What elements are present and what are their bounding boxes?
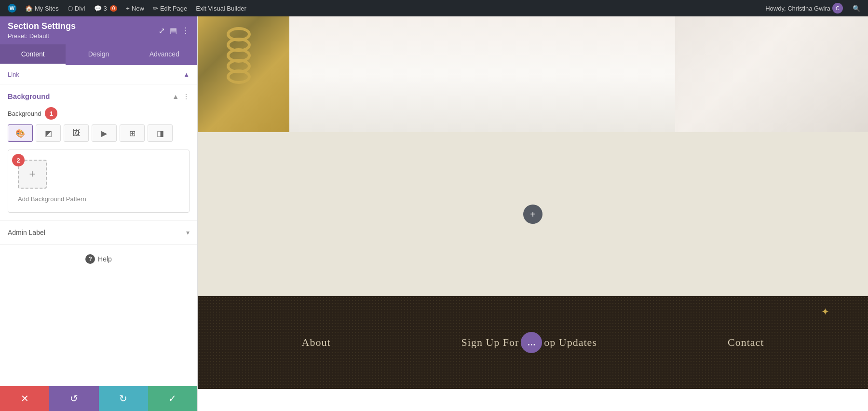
comments-menu[interactable]: 💬 3 0 [90,0,122,16]
background-title: Background [8,92,50,100]
preview-top-right-image [675,16,868,132]
right-content: + ✦ About Sign Up For … op Update [198,16,868,411]
redo-button[interactable]: ↻ [99,386,148,411]
edit-page-menu[interactable]: ✏ Edit Page [149,0,191,16]
tab-design[interactable]: Design [66,44,131,65]
preview-jewelry-image [198,16,289,132]
comments-icon: 💬 [94,5,102,12]
panel-content: Link ▲ Background ▲ ⋮ Background 1 [0,65,197,386]
panel-more-icon[interactable]: ⋮ [182,26,190,35]
background-section: Background ▲ ⋮ Background 1 🎨 [0,84,197,221]
tab-content[interactable]: Content [0,44,66,65]
footer-star-icon: ✦ [821,306,829,317]
undo-button[interactable]: ↺ [49,386,98,411]
admin-label-header[interactable]: Admin Label ▾ [8,229,190,236]
bg-type-image[interactable]: 🖼 [64,124,89,142]
wp-admin-bar: W 🏠 My Sites ⬡ Divi 💬 3 0 + New ✏ Edit P… [0,0,868,16]
bg-type-row: 🎨 ◩ 🖼 ▶ ⊞ ◨ [8,124,190,142]
admin-label-chevron: ▾ [186,229,190,236]
my-sites-menu[interactable]: 🏠 My Sites [21,0,63,16]
house-icon: 🏠 [25,5,33,12]
preview-top-section [198,16,868,132]
exit-builder-button[interactable]: Exit Visual Builder [192,0,250,16]
panel-header: Section Settings Preset: Default ⤢ ▤ ⋮ [0,16,197,44]
user-menu[interactable]: Howdy, Christina Gwira C [761,0,847,16]
gradient-icon: ◩ [45,129,52,138]
footer-link-signup[interactable]: Sign Up For [461,336,519,349]
bottom-action-bar: ✕ ↺ ↻ ✓ [0,386,197,411]
admin-label-title: Admin Label [8,229,45,236]
divi-menu[interactable]: ⬡ Divi [64,0,89,16]
pencil-icon: ✏ [153,5,158,12]
background-label-row: Background 1 [8,107,190,120]
background-section-header: Background ▲ ⋮ [8,92,190,100]
link-toggle-icon: ▲ [183,71,190,78]
new-menu[interactable]: + New [122,0,148,16]
wp-logo[interactable]: W [4,0,20,16]
wp-icon: W [8,4,16,13]
panel-header-icons: ⤢ ▤ ⋮ [159,26,190,35]
more-options-button[interactable]: … [521,332,542,353]
panel-expand-icon[interactable]: ⤢ [159,26,165,35]
panel-tabs: Content Design Advanced [0,44,197,65]
image-icon: 🖼 [72,129,80,137]
footer-link-contact[interactable]: Contact [728,336,764,349]
pattern-icon: ⊞ [129,129,136,138]
tab-advanced[interactable]: Advanced [132,44,197,65]
help-label: Help [98,255,112,263]
bg-type-gradient[interactable]: ◩ [36,124,61,142]
footer-link-about[interactable]: About [302,336,331,349]
link-section[interactable]: Link ▲ [0,65,197,84]
bg-type-color[interactable]: 🎨 [8,124,33,142]
preview-middle-section: + [198,132,868,296]
panel-preset[interactable]: Preset: Default [8,32,76,40]
chain-decoration [207,31,270,118]
panel-columns-icon[interactable]: ▤ [170,26,177,35]
help-section[interactable]: ? Help [0,245,197,274]
add-module-button[interactable]: + [523,205,542,224]
preview-area: + ✦ About Sign Up For … op Update [198,16,868,411]
bg-type-pattern[interactable]: ⊞ [120,124,145,142]
add-pattern-label: Add Background Pattern [18,195,86,203]
add-pattern-wrapper: 2 + [18,160,47,189]
plus-icon: + [126,5,130,12]
admin-label-section: Admin Label ▾ [0,221,197,245]
admin-bar-right: Howdy, Christina Gwira C 🔍 [761,0,864,16]
background-section-icons: ▲ ⋮ [172,93,190,100]
footer-link-signup-wrapper: Sign Up For … op Updates [461,332,597,353]
video-icon: ▶ [101,129,107,138]
step-badge-2: 2 [12,154,25,166]
background-more-icon[interactable]: ⋮ [183,93,190,100]
background-collapse-icon[interactable]: ▲ [172,93,179,100]
divi-icon: ⬡ [68,5,73,12]
save-button[interactable]: ✓ [148,386,197,411]
left-panel: Section Settings Preset: Default ⤢ ▤ ⋮ C… [0,16,198,411]
bg-label-text: Background [8,110,41,117]
search-icon: 🔍 [853,5,860,12]
avatar: C [832,3,843,14]
step-badge-1: 1 [45,107,57,120]
preview-footer-section: ✦ About Sign Up For … op Updates [198,296,868,389]
pattern-area: 2 + Add Background Pattern [8,150,190,213]
main-layout: Section Settings Preset: Default ⤢ ▤ ⋮ C… [0,16,868,411]
footer-link-signup-end[interactable]: op Updates [544,336,597,349]
link-label: Link [8,71,19,78]
color-icon: 🎨 [15,129,25,138]
panel-title: Section Settings [8,21,76,31]
panel-header-left: Section Settings Preset: Default [8,21,76,40]
mask-icon: ◨ [157,129,164,138]
comments-count-badge: 0 [110,5,118,12]
help-icon: ? [85,254,95,264]
cancel-button[interactable]: ✕ [0,386,49,411]
preview-top-right [289,16,868,132]
bg-type-video[interactable]: ▶ [92,124,117,142]
plus-icon: + [29,168,36,180]
search-button[interactable]: 🔍 [849,0,864,16]
bg-type-mask[interactable]: ◨ [148,124,173,142]
